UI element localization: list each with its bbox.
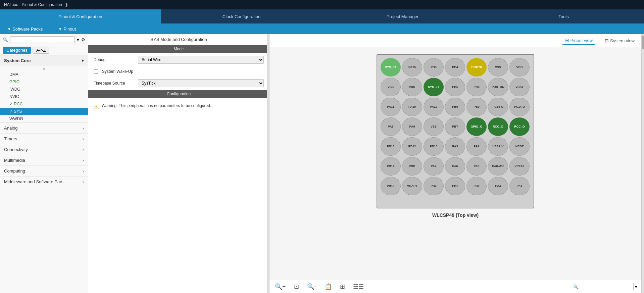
pin-boot0[interactable]: BOOT0: [466, 58, 487, 77]
pin-vdd-r6c2[interactable]: VDD: [402, 157, 422, 176]
sidebar-item-sys[interactable]: SYS: [0, 108, 88, 115]
resize-handle[interactable]: [267, 34, 269, 293]
chip-diagram: SYS_JT PA15 PB3 PB4 BOOT0 VSS VDD VSS VD…: [377, 54, 534, 208]
right-panel: ⊞ Pinout view ⊟ System view SYS_JT PA15 …: [269, 34, 641, 293]
pin-pa4[interactable]: PA4: [488, 177, 508, 195]
tab-az[interactable]: A->Z: [33, 47, 50, 54]
pin-pa11[interactable]: PA11: [381, 98, 401, 116]
pin-gpio-o[interactable]: GPIO_O: [466, 117, 487, 136]
pin-vbat[interactable]: VBAT: [509, 78, 530, 96]
split-button[interactable]: ⊞: [339, 282, 346, 291]
settings-gear-icon[interactable]: ⚙: [81, 37, 85, 42]
pin-pc14o[interactable]: PC14-O: [509, 98, 530, 116]
pin-vcap1[interactable]: VCAP1: [402, 177, 422, 195]
sidebar-item-gpio[interactable]: GPIO: [0, 78, 88, 86]
pin-pa0-wk[interactable]: PA0-WK: [488, 157, 508, 176]
pin-vref[interactable]: VREF+: [509, 157, 530, 176]
pin-pa12[interactable]: PA12: [424, 98, 444, 116]
pin-vss-r1c6[interactable]: VSS: [488, 58, 508, 77]
scroll-thumb[interactable]: [642, 36, 644, 49]
cat-arrow-icon: ›: [83, 136, 84, 141]
pin-pa2[interactable]: PA2: [466, 137, 487, 156]
pin-pb1[interactable]: PB1: [445, 177, 465, 195]
sidebar-item-wwdg[interactable]: WWDG: [0, 115, 88, 123]
pin-pb10[interactable]: PB10: [424, 137, 444, 156]
pin-pa10[interactable]: PA10: [402, 98, 422, 116]
sidebar-category-connectivity[interactable]: Connectivity ›: [0, 144, 88, 155]
zoom-out-button[interactable]: 🔍-: [306, 282, 318, 291]
book-button[interactable]: 📋: [323, 282, 333, 291]
tab-project-manager[interactable]: Project Manager: [322, 9, 483, 23]
pin-pa3[interactable]: PA3: [445, 137, 465, 156]
pin-pa5[interactable]: PA5: [466, 157, 487, 176]
scroll-up-handle[interactable]: ▲: [0, 66, 88, 71]
pin-vdd-r2c2[interactable]: VDD: [402, 78, 422, 96]
tab-pinout-config[interactable]: Pinout & Configuration: [0, 9, 161, 23]
layers-button[interactable]: ☰☰: [352, 282, 365, 291]
tab-clock-config[interactable]: Clock Configuration: [161, 9, 322, 23]
pin-pb4[interactable]: PB4: [445, 58, 465, 77]
pin-pb5[interactable]: PB5: [445, 78, 465, 96]
tab-tools[interactable]: Tools: [483, 9, 644, 23]
system-core-header[interactable]: System Core ▾: [0, 55, 88, 66]
pin-pb0[interactable]: PB0: [466, 177, 487, 195]
system-wakeup-label: System Wake-Up: [102, 69, 133, 74]
pin-pb6[interactable]: PB6: [445, 98, 465, 116]
sub-tab-software-packs[interactable]: ▾ Software Packs: [0, 23, 51, 34]
pin-pa15[interactable]: PA15: [402, 58, 422, 77]
debug-select[interactable]: Serial Wire No Debug JTAG (4 pins) JTAG …: [138, 56, 264, 64]
pin-sys-jt-r2c3[interactable]: SYS_JT: [424, 78, 444, 96]
sidebar-category-analog[interactable]: Analog ›: [0, 123, 88, 134]
warning-text: Warning: This peripheral has no paramete…: [102, 103, 211, 108]
fit-view-button[interactable]: ⊡: [293, 282, 300, 291]
sidebar-item-dma[interactable]: DMA: [0, 71, 88, 78]
search-dropdown-arrow-icon[interactable]: ▾: [635, 284, 637, 289]
right-scrollbar[interactable]: [641, 34, 644, 293]
pin-pa7[interactable]: PA7: [424, 157, 444, 176]
pin-vss-r2c1[interactable]: VSS: [381, 78, 401, 96]
zoom-in-button[interactable]: 🔍+: [274, 282, 287, 291]
sidebar-category-timers[interactable]: Timers ›: [0, 134, 88, 144]
pin-vssav[interactable]: VSSA/V: [488, 137, 508, 156]
pin-rcc-o-r4c6[interactable]: RCC_O: [488, 117, 508, 136]
pin-pb3[interactable]: PB3: [424, 58, 444, 77]
scroll-up-arrow-icon: ▲: [42, 66, 46, 70]
pin-pb9[interactable]: PB9: [466, 98, 487, 116]
pin-sys-jt-r1c1[interactable]: SYS_JT: [381, 58, 401, 77]
pin-nrst[interactable]: NRST: [509, 137, 530, 156]
tab-system-view[interactable]: ⊟ System view: [602, 37, 637, 45]
sidebar-item-rcc[interactable]: RCC: [0, 100, 88, 108]
tab-categories[interactable]: Categories: [3, 47, 31, 54]
pin-rcc-o-r4c7[interactable]: RCC_O: [509, 117, 530, 136]
pin-vdd-r1c7[interactable]: VDD: [509, 58, 530, 77]
search-input[interactable]: [10, 36, 75, 43]
sidebar-item-iwdg[interactable]: IWDG: [0, 86, 88, 93]
pin-vss-r4c3[interactable]: VSS: [424, 117, 444, 136]
pin-pa1[interactable]: PA1: [509, 177, 530, 195]
timebase-select[interactable]: SysTick TIM1 TIM2: [138, 79, 264, 87]
pin-pb13[interactable]: PB13: [381, 177, 401, 195]
pin-pb14[interactable]: PB14: [381, 157, 401, 176]
middle-panel: SYS Mode and Configuration Mode Debug Se…: [88, 34, 269, 293]
sidebar-category-multimedia[interactable]: Multimedia ›: [0, 155, 88, 166]
sidebar-category-middleware[interactable]: Middleware and Software Pac... ›: [0, 177, 88, 187]
pin-pb15[interactable]: PB15: [381, 137, 401, 156]
pin-pb7[interactable]: PB7: [445, 117, 465, 136]
pinout-search-input[interactable]: [580, 283, 634, 290]
pin-pb8[interactable]: PB8: [466, 78, 487, 96]
main-nav: Pinout & Configuration Clock Configurati…: [0, 9, 644, 23]
pin-pb12[interactable]: PB12: [402, 137, 422, 156]
pin-pa6[interactable]: PA6: [445, 157, 465, 176]
pin-pc15o[interactable]: PC15-O: [488, 98, 508, 116]
dropdown-arrow-icon[interactable]: ▾: [77, 37, 79, 42]
sidebar-category-computing[interactable]: Computing ›: [0, 166, 88, 177]
pin-pdr-on[interactable]: PDR_ON: [488, 78, 508, 96]
pin-pa9[interactable]: PA9: [402, 117, 422, 136]
sidebar-item-nvic[interactable]: NVIC: [0, 93, 88, 100]
sub-tab-pinout[interactable]: ▾ Pinout: [51, 23, 84, 34]
system-wakeup-checkbox[interactable]: [94, 69, 98, 74]
warning-icon: ⚠: [94, 103, 99, 111]
tab-pinout-view[interactable]: ⊞ Pinout view: [562, 36, 595, 45]
pin-pb2[interactable]: PB2: [424, 177, 444, 195]
pin-pa8[interactable]: PA8: [381, 117, 401, 136]
